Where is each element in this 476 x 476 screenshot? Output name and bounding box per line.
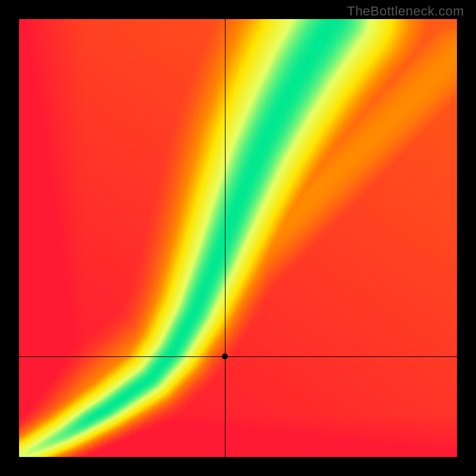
heatmap-plot <box>19 19 457 457</box>
heatmap-canvas <box>19 19 457 457</box>
data-point-marker <box>222 353 228 359</box>
crosshair-vertical <box>225 19 226 457</box>
chart-container: TheBottleneck.com <box>0 0 476 476</box>
crosshair-horizontal <box>19 356 457 357</box>
watermark-text: TheBottleneck.com <box>347 4 464 19</box>
